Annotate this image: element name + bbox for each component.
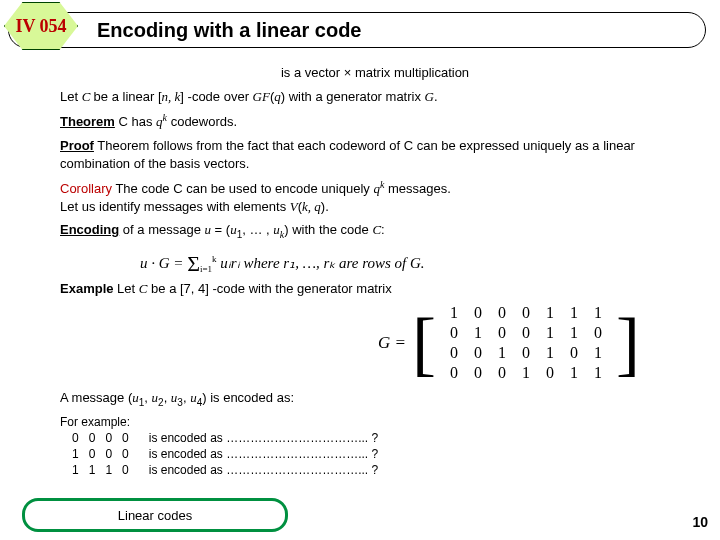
generator-matrix: G = [ 1000111 0100110 0010101 0001011 ] [60, 303, 690, 383]
example-row: 1110is encoded as ……………………………... ? [68, 463, 382, 477]
example-line: Example Let C be a [7, 4] -code with the… [60, 280, 690, 298]
txt: : [381, 222, 385, 237]
example-row: 1000is encoded as ……………………………... ? [68, 447, 382, 461]
bracket-right-icon: ] [616, 313, 640, 373]
txt: messages. [384, 181, 450, 196]
txt: Let [60, 89, 82, 104]
chapter-code: IV 054 [15, 16, 66, 37]
txt: = ( [211, 222, 230, 237]
sum-sub: i=1 [200, 264, 212, 274]
page-title: Encoding with a linear code [97, 19, 361, 42]
encoding-formula: u · G = Σi=1k uᵢrᵢ where r₁, …, rₖ are r… [140, 248, 690, 274]
examples-table: 0000is encoded as ……………………………... ? 1000i… [66, 429, 384, 479]
matrix-row: 0010101 [442, 343, 610, 363]
matrix-row: 0001011 [442, 363, 610, 383]
txt: ) is encoded as: [202, 390, 294, 405]
theorem-line: Theorem C has qk codewords. [60, 111, 690, 131]
txt: of a message [119, 222, 204, 237]
txt: , … , [242, 222, 273, 237]
var-kq: k, q [302, 199, 321, 214]
matrix-lhs: G = [378, 333, 406, 353]
txt: be a [7, 4] -code with the generator mat… [147, 281, 391, 296]
var-g: G [425, 89, 434, 104]
content-area: is a vector × matrix multiplication Let … [60, 58, 690, 479]
examples-head: For example: [60, 415, 690, 429]
txt: , [144, 390, 151, 405]
formula-body: uᵢrᵢ where r₁, …, rₖ are rows of G. [217, 255, 425, 271]
matrix-table: 1000111 0100110 0010101 0001011 [442, 303, 610, 383]
example-text: is encoded as ……………………………... ? [145, 447, 382, 461]
footer-label: Linear codes [118, 508, 192, 523]
txt: , [164, 390, 171, 405]
intro-line-1: is a vector × matrix multiplication [60, 64, 690, 82]
txt: ] -code over [180, 89, 252, 104]
proof-para: Proof Theorem follows from the fact that… [60, 137, 690, 172]
txt: codewords. [167, 114, 237, 129]
message-line: A message (u1, u2, u3, u4) is encoded as… [60, 389, 690, 409]
footer-pill: Linear codes [22, 498, 288, 532]
label-encoding: Encoding [60, 222, 119, 237]
txt: The code C can be used to encode uniquel… [112, 181, 373, 196]
var-nk: n, k [162, 89, 181, 104]
intro-line-2: Let C be a linear [n, k] -code over GF(q… [60, 88, 690, 106]
txt: be a linear [ [94, 89, 162, 104]
txt: Let us identify messages with elements [60, 199, 290, 214]
title-bar: Encoding with a linear code [8, 12, 706, 48]
bracket-left-icon: [ [412, 313, 436, 373]
txt: Let [113, 281, 138, 296]
txt: ) with a generator matrix [281, 89, 425, 104]
proof-body: Theorem follows from the fact that each … [60, 138, 635, 171]
var-v: V [290, 199, 298, 214]
sigma-icon: Σ [187, 251, 200, 276]
var-gf: GF [253, 89, 270, 104]
example-text: is encoded as ……………………………... ? [145, 463, 382, 477]
label-example: Example [60, 281, 113, 296]
label-proof: Proof [60, 138, 94, 153]
label-corollary: Corollary [60, 181, 112, 196]
example-row: 0000is encoded as ……………………………... ? [68, 431, 382, 445]
txt: C has [115, 114, 156, 129]
encoding-line: Encoding of a message u = (u1, … , uk) w… [60, 221, 690, 241]
var-c: C [82, 89, 94, 104]
txt: ) with the code [284, 222, 372, 237]
page-number: 10 [692, 514, 708, 530]
corollary-para: Corollary The code C can be used to enco… [60, 178, 690, 215]
txt: ). [321, 199, 329, 214]
matrix-row: 0100110 [442, 323, 610, 343]
example-text: is encoded as ……………………………... ? [145, 431, 382, 445]
var-c: C [372, 222, 381, 237]
examples-block: For example: 0000is encoded as ………………………… [60, 415, 690, 479]
formula-lhs: u · G = [140, 255, 187, 271]
label-theorem: Theorem [60, 114, 115, 129]
txt: . [434, 89, 438, 104]
matrix-row: 1000111 [442, 303, 610, 323]
txt: A message ( [60, 390, 132, 405]
